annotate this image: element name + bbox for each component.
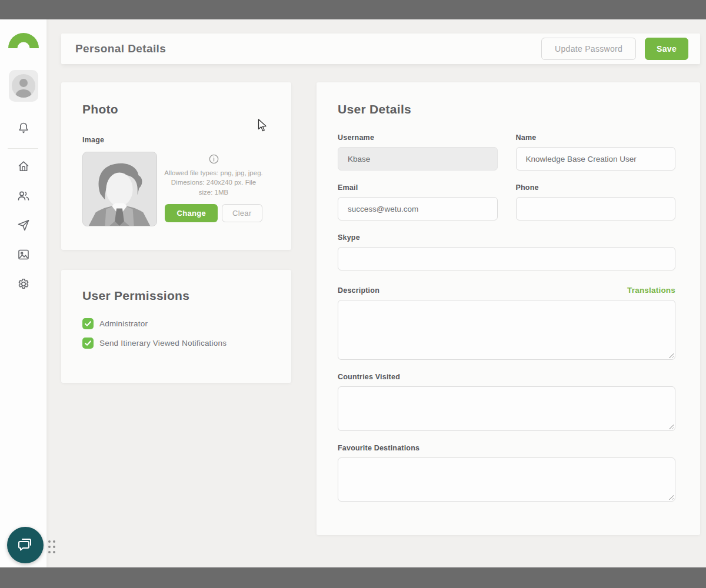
- photo-info-column: Allowed file types: png, jpg, jpeg. Dime…: [157, 152, 270, 226]
- sidebar-item-profile[interactable]: [9, 70, 38, 102]
- photo-card: Photo Image: [61, 82, 291, 250]
- send-icon[interactable]: [16, 218, 31, 232]
- app-window: Personal Details Update Password Save Ph…: [0, 0, 706, 588]
- clear-photo-button[interactable]: Clear: [222, 204, 262, 222]
- favourite-destinations-row: Favourite Destinations: [338, 444, 675, 502]
- profile-avatar-icon: [12, 74, 35, 98]
- name-label: Name: [516, 133, 676, 142]
- permission-administrator[interactable]: Administrator: [82, 318, 270, 329]
- permission-label: Administrator: [99, 319, 148, 328]
- skype-label: Skype: [338, 233, 675, 242]
- permission-label: Send Itinerary Viewed Notifications: [99, 339, 227, 348]
- photo-row: Allowed file types: png, jpg, jpeg. Dime…: [82, 152, 270, 226]
- description-textarea[interactable]: [338, 300, 675, 360]
- description-row: Description Translations: [338, 286, 675, 360]
- description-textarea-wrap: [338, 300, 675, 360]
- photo-card-title: Photo: [82, 102, 270, 116]
- photo-buttons: Change Clear: [165, 204, 262, 222]
- phone-field[interactable]: [516, 197, 676, 220]
- window-top-bar: [0, 0, 706, 19]
- translations-link[interactable]: Translations: [627, 286, 675, 295]
- bell-icon[interactable]: [16, 121, 31, 135]
- checkbox-checked-icon[interactable]: [82, 338, 94, 349]
- page-title: Personal Details: [75, 42, 166, 55]
- home-icon[interactable]: [16, 159, 31, 173]
- update-password-button[interactable]: Update Password: [541, 38, 636, 60]
- checkbox-checked-icon[interactable]: [82, 318, 94, 329]
- sidebar: [0, 19, 47, 567]
- favourite-destinations-textarea[interactable]: [338, 457, 675, 502]
- dimensions-text: Dimesions: 240x240 px. File size: 1MB: [171, 179, 256, 195]
- wetu-arch-logo[interactable]: [8, 32, 39, 48]
- email-field[interactable]: [338, 197, 498, 220]
- countries-textarea-wrap: [338, 386, 675, 431]
- allowed-file-types-text: Allowed file types: png, jpg, jpeg.: [164, 169, 263, 176]
- change-photo-button[interactable]: Change: [165, 204, 217, 222]
- email-phone-row: Email Phone: [338, 183, 675, 220]
- image-icon[interactable]: [16, 248, 31, 262]
- window-bottom-bar: [0, 567, 706, 588]
- user-permissions-card: User Permissions Administrator Send Itin…: [61, 270, 291, 383]
- name-field[interactable]: [516, 147, 676, 171]
- email-label: Email: [338, 183, 498, 192]
- favourite-textarea-wrap: [338, 457, 675, 502]
- six-dots-handle[interactable]: [47, 539, 56, 555]
- permission-send-itinerary-notifications[interactable]: Send Itinerary Viewed Notifications: [82, 338, 270, 349]
- username-name-row: Username Name: [338, 133, 675, 171]
- chat-bubbles-icon: [16, 535, 34, 555]
- description-label: Description: [338, 286, 379, 295]
- chat-widget-button[interactable]: [7, 527, 44, 563]
- users-icon[interactable]: [16, 189, 31, 203]
- settings-gear-icon[interactable]: [16, 277, 31, 291]
- username-label: Username: [338, 133, 498, 142]
- favourite-destinations-label: Favourite Destinations: [338, 444, 675, 452]
- user-details-title: User Details: [338, 102, 675, 116]
- header-actions: Update Password Save: [541, 38, 688, 60]
- photo-requirements-text: Allowed file types: png, jpg, jpeg. Dime…: [164, 168, 263, 197]
- phone-label: Phone: [516, 183, 676, 192]
- username-field[interactable]: [338, 147, 498, 171]
- skype-field[interactable]: [338, 247, 675, 270]
- sidebar-divider: [8, 148, 38, 149]
- countries-visited-row: Countries Visited: [338, 373, 675, 431]
- user-details-card: User Details Username Name Email Phone S…: [317, 82, 700, 535]
- countries-visited-textarea[interactable]: [338, 386, 675, 431]
- skype-row: Skype: [338, 233, 675, 270]
- image-label: Image: [82, 136, 270, 144]
- profile-photo-preview[interactable]: [82, 152, 157, 226]
- page-header: Personal Details Update Password Save: [61, 34, 700, 64]
- countries-visited-label: Countries Visited: [338, 373, 675, 381]
- permissions-card-title: User Permissions: [82, 289, 270, 303]
- info-circle-icon: [209, 154, 219, 164]
- save-button[interactable]: Save: [645, 38, 688, 60]
